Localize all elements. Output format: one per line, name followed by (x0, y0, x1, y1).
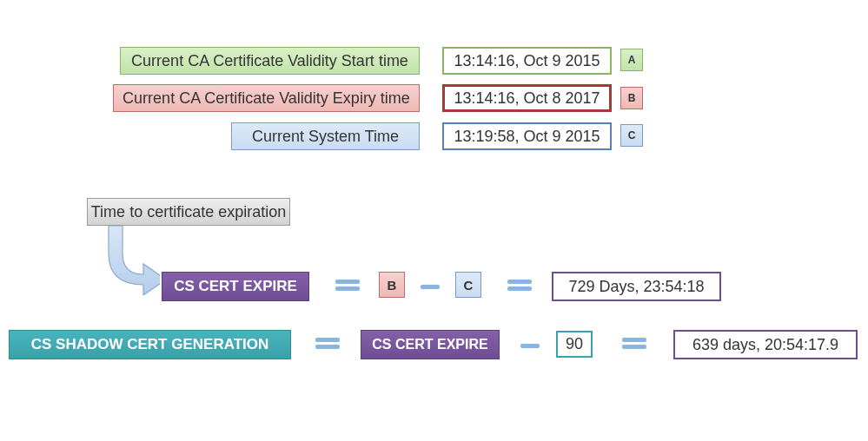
system-time-label: Current System Time (231, 122, 420, 150)
equals-icon (617, 335, 652, 356)
tag-a: A (620, 49, 643, 71)
cs-shadow-cert-result: 639 days, 20:54:17.9 (673, 330, 858, 359)
cs-cert-expire-box: CS CERT EXPIRE (162, 272, 309, 301)
cs-shadow-cert-generation-box: CS SHADOW CERT GENERATION (9, 330, 291, 359)
ca-expiry-value: 13:14:16, Oct 8 2017 (442, 84, 612, 112)
minus-icon (517, 335, 543, 356)
equals-icon (502, 277, 537, 298)
tag-b: B (620, 87, 643, 109)
minus-icon (417, 276, 443, 297)
variable-c: C (455, 272, 481, 298)
callout-time-to-expiration: Time to certificate expiration (87, 198, 290, 226)
constant-90: 90 (556, 331, 593, 358)
tag-c: C (620, 124, 643, 147)
cs-cert-expire-ref-box: CS CERT EXPIRE (361, 330, 500, 359)
variable-b: B (379, 272, 405, 298)
equals-icon (330, 277, 365, 298)
callout-arrow-icon (91, 226, 169, 295)
ca-expiry-label: Current CA Certificate Validity Expiry t… (113, 84, 420, 112)
system-time-value: 13:19:58, Oct 9 2015 (442, 122, 612, 150)
ca-start-value: 13:14:16, Oct 9 2015 (442, 47, 612, 75)
ca-start-label: Current CA Certificate Validity Start ti… (120, 47, 420, 75)
equals-icon (310, 335, 345, 356)
cs-cert-expire-result: 729 Days, 23:54:18 (552, 272, 721, 301)
